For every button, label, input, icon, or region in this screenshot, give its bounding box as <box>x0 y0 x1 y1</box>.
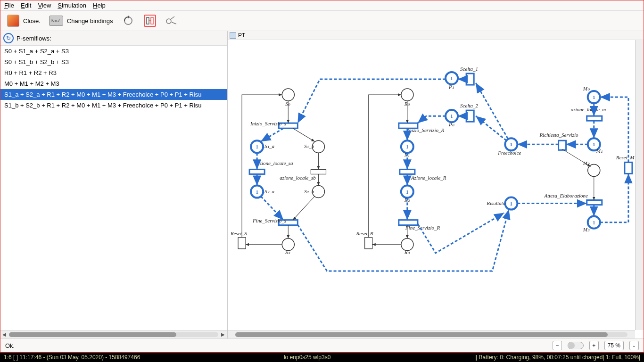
svg-text:S₁_b: S₁_b <box>304 143 314 149</box>
menu-file[interactable]: File <box>4 2 14 9</box>
refresh-icon[interactable] <box>121 16 135 26</box>
zoom-dropdown[interactable]: ⌄ <box>629 341 639 350</box>
svg-text:Risultato: Risultato <box>486 200 505 206</box>
svg-text:azione_locale_sb: azione_locale_sb <box>280 175 316 181</box>
svg-point-5 <box>282 89 294 101</box>
zoom-value: 75 % <box>608 342 620 349</box>
canvas-area[interactable]: S₀ Inizio_Servizio_s 1S₁_a S₁_b azione_l… <box>228 40 644 338</box>
sysbar-left: 1:6 [ ] 11:17:46 - (Sun 03 May, 05.2020)… <box>4 354 140 361</box>
svg-rect-3 <box>151 17 153 24</box>
svg-text:1: 1 <box>510 141 513 147</box>
svg-rect-75 <box>587 200 602 205</box>
menu-edit[interactable]: Edit <box>21 2 31 9</box>
svg-rect-45 <box>365 238 372 249</box>
left-pane: ↻ P-semiflows: S0 + S1_a + S2_a + S3S0 +… <box>0 31 228 338</box>
semiflow-icon: ↻ <box>3 33 14 43</box>
svg-text:S₃: S₃ <box>285 249 290 255</box>
toolbar: Close. N=✓ Change bindings <box>0 11 644 31</box>
menubar: File Edit View Simulation Help <box>0 0 644 11</box>
svg-rect-27 <box>238 238 246 249</box>
close-button[interactable]: Close. <box>7 15 41 27</box>
system-bar: 1:6 [ ] 11:17:46 - (Sun 03 May, 05.2020)… <box>0 353 644 362</box>
svg-text:1: 1 <box>450 113 453 119</box>
svg-text:R₃: R₃ <box>404 249 410 255</box>
zoom-select[interactable]: 75 % <box>604 341 624 350</box>
svg-text:Reset_R: Reset_R <box>356 230 373 236</box>
canvas-v-scrollbar[interactable] <box>635 40 644 330</box>
svg-text:1: 1 <box>450 75 453 81</box>
close-icon <box>7 15 19 27</box>
list-item[interactable]: M0 + M1 + M2 + M3 <box>0 78 227 89</box>
svg-text:S₁_a: S₁_a <box>264 143 274 149</box>
menu-help[interactable]: Help <box>93 2 106 9</box>
svg-text:azione_locale_sa: azione_locale_sa <box>257 160 293 166</box>
svg-rect-36 <box>400 169 415 174</box>
svg-text:P₁: P₁ <box>448 84 454 90</box>
svg-text:Reset_M: Reset_M <box>616 155 635 160</box>
swap-icon[interactable] <box>144 15 156 27</box>
svg-text:Scelta_2: Scelta_2 <box>460 103 478 108</box>
svg-text:P₀: P₀ <box>448 122 454 127</box>
svg-text:Inizio_Servizio_R: Inizio_Servizio_R <box>407 127 445 133</box>
svg-text:Azione_locale_R: Azione_locale_R <box>411 175 446 181</box>
menu-view[interactable]: View <box>38 2 51 9</box>
main-area: ↻ P-semiflows: S0 + S1_a + S2_a + S3S0 +… <box>0 31 644 338</box>
svg-text:1: 1 <box>406 189 409 195</box>
svg-text:1: 1 <box>256 189 258 195</box>
list-item[interactable]: S0 + S1_a + S2_a + S3 <box>0 46 227 57</box>
menu-simulation[interactable]: Simulation <box>58 2 86 9</box>
svg-rect-16 <box>311 169 326 174</box>
semiflow-list[interactable]: S0 + S1_a + S2_a + S3S0 + S1_b + S2_b + … <box>0 46 227 330</box>
svg-text:Inizio_Servizio_s: Inizio_Servizio_s <box>250 121 286 126</box>
right-pane: PT S₀ Inizio_Servizio_s 1S₁_a S₁_b azion… <box>228 31 644 338</box>
petri-net-canvas[interactable]: S₀ Inizio_Servizio_s 1S₁_a S₁_b azione_l… <box>228 40 644 338</box>
tab-bar: PT <box>228 31 644 40</box>
tab-pt[interactable]: PT <box>238 32 245 39</box>
svg-text:1: 1 <box>510 201 513 206</box>
svg-point-29 <box>401 89 413 101</box>
sysbar-mid: lo enp0s25 wlp3s0 <box>149 354 465 361</box>
change-bindings-label: Change bindings <box>67 17 113 25</box>
svg-rect-71 <box>559 140 566 150</box>
svg-text:S₀: S₀ <box>285 101 290 107</box>
zoom-out-button[interactable]: − <box>553 341 562 350</box>
svg-text:Freechoice: Freechoice <box>497 150 521 156</box>
canvas-h-scrollbar[interactable] <box>228 330 635 338</box>
svg-text:R₀: R₀ <box>404 101 410 107</box>
list-item[interactable]: S0 + S1_b + S2_b + S3 <box>0 57 227 67</box>
svg-text:M₁: M₁ <box>596 148 603 154</box>
svg-text:S₂_b: S₂_b <box>304 189 314 194</box>
svg-rect-14 <box>249 169 264 174</box>
svg-rect-55 <box>466 110 474 122</box>
svg-text:azione_locale_m: azione_locale_m <box>571 107 606 112</box>
svg-rect-50 <box>466 74 474 85</box>
left-pane-header: ↻ P-semiflows: <box>0 31 227 46</box>
sysbar-right: || Battery: 0: Charging, 98%, 00:07:25 u… <box>474 354 640 361</box>
zoom-controls: − + 75 % ⌄ <box>553 341 639 350</box>
scroll-left-icon[interactable]: ◀ <box>0 332 8 337</box>
measure-icon[interactable] <box>165 16 179 26</box>
svg-text:Scelta_1: Scelta_1 <box>460 66 478 72</box>
svg-marker-1 <box>128 16 130 18</box>
svg-text:1: 1 <box>256 144 258 149</box>
change-bindings-button[interactable]: N=✓ Change bindings <box>49 16 113 26</box>
svg-point-4 <box>166 19 171 24</box>
svg-text:1: 1 <box>593 141 595 147</box>
zoom-in-button[interactable]: + <box>589 341 599 350</box>
left-h-scrollbar[interactable]: ◀ ▶ <box>0 330 227 338</box>
list-item[interactable]: S1_b + S2_b + R1 + R2 + M0 + M1 + M3 + F… <box>0 100 227 111</box>
svg-rect-80 <box>625 162 632 173</box>
scroll-right-icon[interactable]: ▶ <box>219 332 227 337</box>
app-window: File Edit View Simulation Help Close. N=… <box>0 0 644 353</box>
list-item[interactable]: S1_a + S2_a + R1 + R2 + M0 + M1 + M3 + F… <box>0 89 227 100</box>
list-item[interactable]: R0 + R1 + R2 + R3 <box>0 67 227 78</box>
svg-text:M₃: M₃ <box>583 227 590 232</box>
zoom-toggle[interactable] <box>568 342 584 349</box>
statusbar: Ok. − + 75 % ⌄ <box>0 338 644 352</box>
svg-text:M₀: M₀ <box>583 86 590 91</box>
document-icon <box>230 32 236 39</box>
close-label: Close. <box>23 17 41 25</box>
svg-text:1: 1 <box>406 144 409 149</box>
svg-rect-2 <box>147 17 149 24</box>
svg-text:1: 1 <box>593 94 595 100</box>
